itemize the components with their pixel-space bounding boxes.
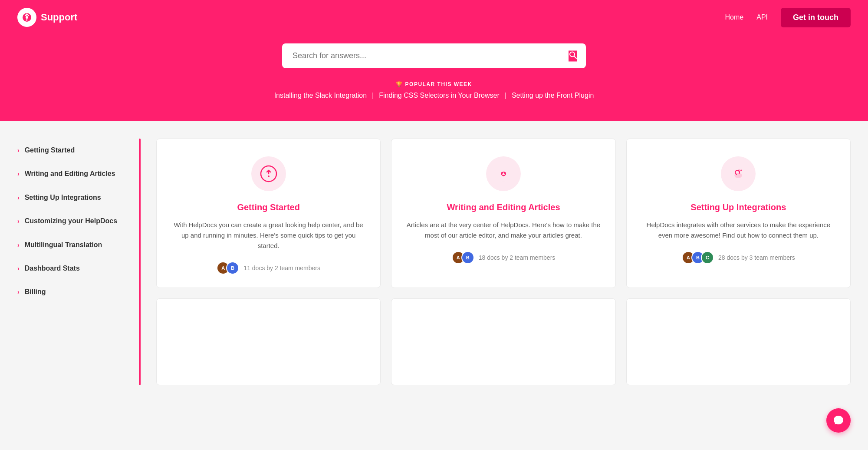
card-desc-3: HelpDocs integrates with other services … <box>641 220 836 241</box>
sidebar-label-6: Dashboard Stats <box>25 264 80 273</box>
sidebar-label-1: Getting Started <box>25 146 75 155</box>
card-icon-3 <box>721 156 756 191</box>
sidebar-item-integrations[interactable]: › Setting Up Integrations <box>17 186 122 209</box>
pink-bar <box>139 139 141 385</box>
sep-1: | <box>372 92 374 99</box>
sidebar-item-getting-started[interactable]: › Getting Started <box>17 139 122 162</box>
svg-point-11 <box>738 169 740 172</box>
popular-link-3[interactable]: Setting up the Front Plugin <box>512 92 594 99</box>
svg-point-1 <box>26 16 28 19</box>
chevron-icon-3: › <box>17 194 20 202</box>
card-desc-2: Articles are at the very center of HelpD… <box>405 220 601 241</box>
chevron-icon-4: › <box>17 217 20 226</box>
get-in-touch-button[interactable]: Get in touch <box>781 8 851 27</box>
card-icon-2 <box>486 156 521 191</box>
card-footer-3: A B C 28 docs by 3 team members <box>641 251 836 264</box>
avatars-1: A B <box>217 261 239 275</box>
logo-area: Support <box>17 8 77 27</box>
sidebar-item-multilingual[interactable]: › Multilingual Translation <box>17 233 122 257</box>
search-bar <box>282 43 586 68</box>
avatar-1-2: B <box>226 261 239 275</box>
svg-point-7 <box>501 172 503 174</box>
main-content: › Getting Started › Writing and Editing … <box>0 121 868 403</box>
nav-home-link[interactable]: Home <box>725 13 744 21</box>
chevron-icon-6: › <box>17 265 20 273</box>
avatars-3: A B C <box>682 251 714 264</box>
logo-text: Support <box>41 12 77 23</box>
card-placeholder-6 <box>626 298 851 385</box>
card-placeholder-4 <box>156 298 381 385</box>
chevron-icon-2: › <box>17 170 20 179</box>
svg-line-3 <box>574 56 577 59</box>
card-title-1: Getting Started <box>171 202 366 213</box>
svg-point-5 <box>268 175 270 177</box>
popular-link-1[interactable]: Installing the Slack Integration <box>274 92 367 99</box>
card-title-3: Setting Up Integrations <box>641 202 836 213</box>
sidebar-wrapper: › Getting Started › Writing and Editing … <box>17 139 122 385</box>
header: Support Home API Get in touch <box>0 0 868 35</box>
avatar-3-3: C <box>701 251 714 264</box>
doc-count-2: 18 docs by 2 team members <box>479 254 556 261</box>
sidebar-item-writing[interactable]: › Writing and Editing Articles <box>17 162 122 185</box>
logo-icon <box>17 8 36 27</box>
popular-links: Installing the Slack Integration | Findi… <box>17 92 851 99</box>
card-title-2: Writing and Editing Articles <box>405 202 601 213</box>
sidebar-item-billing[interactable]: › Billing <box>17 280 122 304</box>
card-placeholder-5 <box>391 298 615 385</box>
chevron-icon-1: › <box>17 146 20 155</box>
sidebar-label-2: Writing and Editing Articles <box>25 169 115 179</box>
content-area: Getting Started With HelpDocs you can cr… <box>139 139 851 385</box>
popular-label: 🏆 POPULAR THIS WEEK <box>17 81 851 87</box>
sidebar-label-4: Customizing your HelpDocs <box>25 216 117 226</box>
card-icon-1 <box>251 156 286 191</box>
popular-link-2[interactable]: Finding CSS Selectors in Your Browser <box>379 92 499 99</box>
card-footer-2: A B 18 docs by 2 team members <box>405 251 601 264</box>
avatar-2-2: B <box>461 251 474 264</box>
nav-api-link[interactable]: API <box>756 13 768 21</box>
svg-point-8 <box>504 172 506 174</box>
sidebar-label-3: Setting Up Integrations <box>25 193 101 202</box>
sep-2: | <box>505 92 506 99</box>
card-desc-1: With HelpDocs you can create a great loo… <box>171 220 366 251</box>
card-writing: Writing and Editing Articles Articles ar… <box>391 139 615 288</box>
doc-count-1: 11 docs by 2 team members <box>243 265 320 271</box>
svg-point-6 <box>496 166 511 182</box>
search-button[interactable] <box>569 50 577 61</box>
sidebar-item-customizing[interactable]: › Customizing your HelpDocs <box>17 209 122 233</box>
card-getting-started: Getting Started With HelpDocs you can cr… <box>156 139 381 288</box>
doc-count-3: 28 docs by 3 team members <box>718 254 795 261</box>
search-input[interactable] <box>282 43 586 68</box>
card-integrations: Setting Up Integrations HelpDocs integra… <box>626 139 851 288</box>
popular-section: 🏆 POPULAR THIS WEEK Installing the Slack… <box>17 81 851 99</box>
chevron-icon-5: › <box>17 241 20 250</box>
chevron-icon-7: › <box>17 288 20 297</box>
nav-right: Home API Get in touch <box>725 8 851 27</box>
sidebar-item-dashboard[interactable]: › Dashboard Stats <box>17 257 122 280</box>
cards-grid: Getting Started With HelpDocs you can cr… <box>156 139 851 385</box>
sidebar: › Getting Started › Writing and Editing … <box>17 139 122 304</box>
card-footer-1: A B 11 docs by 2 team members <box>171 261 366 275</box>
hero-section: 🏆 POPULAR THIS WEEK Installing the Slack… <box>0 35 868 121</box>
sidebar-label-7: Billing <box>25 287 46 297</box>
avatars-2: A B <box>452 251 474 264</box>
sidebar-label-5: Multilingual Translation <box>25 240 102 250</box>
